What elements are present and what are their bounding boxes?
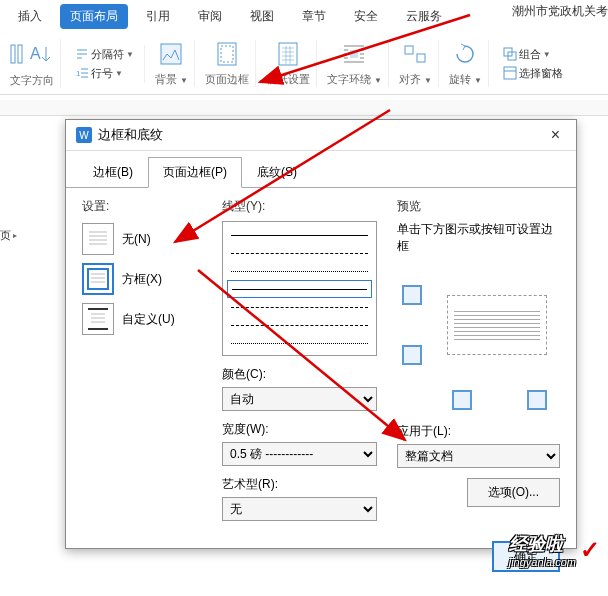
tab-cloud[interactable]: 云服务 [396,4,452,29]
svg-text:1: 1 [76,69,81,78]
close-icon[interactable]: × [545,126,566,144]
color-select[interactable]: 自动 [222,387,377,411]
watermark-url: jingyanla.com [509,556,576,568]
linetype-item[interactable] [227,244,372,262]
rotate-label: 旋转 ▼ [449,72,482,87]
line-number-button[interactable]: 1 行号▼ [71,64,127,83]
setting-box-preview [82,263,114,295]
tab-shading[interactable]: 底纹(S) [242,157,312,188]
line-number-icon: 1 [75,66,89,80]
linetype-item[interactable] [227,262,372,280]
width-group: 宽度(W): 0.5 磅 ------------ [222,421,377,466]
apply-select[interactable]: 整篇文档 [397,444,560,468]
background-icon[interactable] [157,40,185,68]
tab-page-layout[interactable]: 页面布局 [60,4,128,29]
color-group: 颜色(C): 自动 [222,366,377,411]
text-wrap-label: 文字环绕 ▼ [327,72,382,87]
text-wrap-icon[interactable] [340,40,368,68]
setting-custom-preview [82,303,114,335]
document-title-fragment: 潮州市党政机关考 [512,3,608,20]
ruler [0,100,608,116]
apply-group: 应用于(L): 整篇文档 [397,423,560,468]
tab-section[interactable]: 章节 [292,4,336,29]
tool-group-wrap: 文字环绕 ▼ [321,40,389,87]
text-direction-icon[interactable]: A [28,39,54,69]
svg-rect-0 [11,45,15,63]
align-icon[interactable] [401,40,429,68]
page-border-label: 页面边框 [205,72,249,87]
page-border-icon[interactable] [213,40,241,68]
sidebar-page-label: 页 ▸ [0,228,17,243]
background-label: 背景 ▼ [155,72,188,87]
linetype-item[interactable] [227,298,372,316]
tab-review[interactable]: 审阅 [188,4,232,29]
dialog-body: 设置: 无(N) 方框(X) 自定义(U) [66,188,576,531]
select-pane-icon [503,66,517,80]
art-label: 艺术型(R): [222,476,377,493]
svg-rect-10 [417,54,425,62]
tab-reference[interactable]: 引用 [136,4,180,29]
watermark: 经验啦 jingyanla.com ✓ [509,532,600,568]
apply-label: 应用于(L): [397,423,560,440]
preview-column: 预览 单击下方图示或按钮可设置边框 应用于(L): 整篇文档 [397,198,560,521]
dialog-tabs: 边框(B) 页面边框(P) 底纹(S) [66,151,576,188]
paper-settings-label: 稿纸设置 [266,72,310,87]
check-icon: ✓ [580,536,600,564]
color-label: 颜色(C): [222,366,377,383]
settings-label: 设置: [82,198,202,215]
svg-rect-8 [350,50,358,58]
svg-text:A: A [30,45,41,62]
width-label: 宽度(W): [222,421,377,438]
settings-column: 设置: 无(N) 方框(X) 自定义(U) [82,198,202,521]
svg-rect-7 [279,43,297,65]
width-select[interactable]: 0.5 磅 ------------ [222,442,377,466]
linetype-column: 线型(Y): 颜色(C): 自动 宽度(W): 0.5 磅 ----------… [222,198,377,521]
tool-group-background: 背景 ▼ [149,40,195,87]
columns-icon[interactable] [10,39,26,69]
linetype-item[interactable] [227,316,372,334]
preview-hint: 单击下方图示或按钮可设置边框 [397,221,560,255]
tool-group-arrange: 组合▼ 选择窗格 [493,45,573,83]
linetype-item[interactable] [227,280,372,298]
tool-group-page-border: 页面边框 [199,40,256,87]
border-top-button[interactable] [402,285,422,305]
border-left-button[interactable] [452,390,472,410]
dialog-footer: 确定 [66,531,576,582]
preview-area [397,275,560,415]
linetype-item[interactable] [227,334,372,352]
dialog-titlebar: W 边框和底纹 × [66,120,576,151]
select-pane-button[interactable]: 选择窗格 [499,64,567,83]
tool-group-align: 对齐 ▼ [393,40,439,87]
border-shading-dialog: W 边框和底纹 × 边框(B) 页面边框(P) 底纹(S) 设置: 无(N) [65,119,577,549]
setting-box[interactable]: 方框(X) [82,263,202,295]
group-button[interactable]: 组合▼ [499,45,555,64]
art-select[interactable]: 无 [222,497,377,521]
tab-page-border[interactable]: 页面边框(P) [148,157,242,188]
tab-insert[interactable]: 插入 [8,4,52,29]
tab-border[interactable]: 边框(B) [78,157,148,188]
rotate-icon[interactable] [451,40,479,68]
setting-none[interactable]: 无(N) [82,223,202,255]
tab-view[interactable]: 视图 [240,4,284,29]
linetype-item[interactable] [227,226,372,244]
separator-icon [75,47,89,61]
linetype-label: 线型(Y): [222,198,377,215]
ribbon-tabs: 插入 页面布局 引用 审阅 视图 章节 安全 云服务 潮州市党政机关考 [0,0,608,33]
watermark-text: 经验啦 [509,532,576,556]
tab-security[interactable]: 安全 [344,4,388,29]
separator-button[interactable]: 分隔符▼ [71,45,138,64]
dialog-app-icon: W [76,127,92,143]
setting-custom[interactable]: 自定义(U) [82,303,202,335]
border-bottom-button[interactable] [402,345,422,365]
paper-settings-icon[interactable] [274,40,302,68]
preview-page[interactable] [447,295,547,355]
options-button[interactable]: 选项(O)... [467,478,560,507]
linetype-listbox[interactable] [222,221,377,356]
preview-label: 预览 [397,198,560,215]
setting-custom-label: 自定义(U) [122,311,175,328]
border-right-button[interactable] [527,390,547,410]
align-label: 对齐 ▼ [399,72,432,87]
svg-rect-1 [18,45,22,63]
tool-group-paper: 稿纸设置 [260,40,317,87]
ribbon-toolbar: A 文字方向 分隔符▼ 1 行号▼ 背景 ▼ 页面边框 稿纸设置 文字环绕 ▼ … [0,33,608,95]
